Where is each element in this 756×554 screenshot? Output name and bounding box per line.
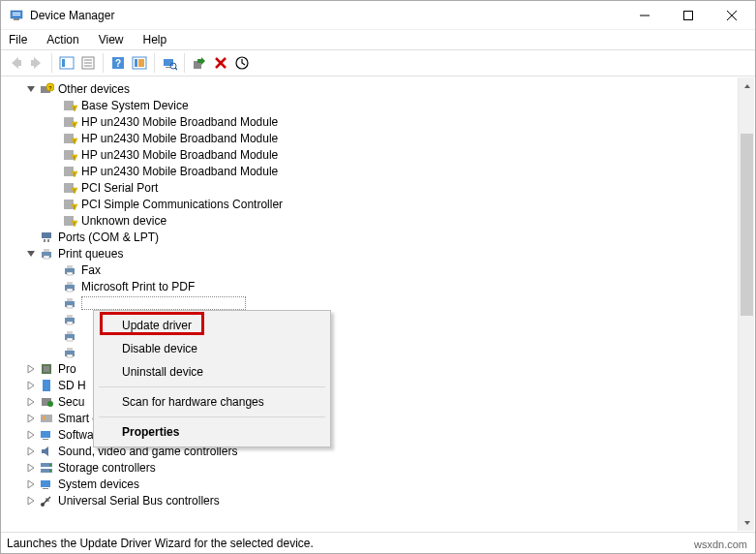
warning-device-icon: ! bbox=[62, 180, 77, 196]
tree-label: Ports (COM & LPT) bbox=[58, 231, 159, 244]
svg-rect-50 bbox=[44, 249, 49, 252]
tree-item[interactable]: !Unknown device bbox=[2, 212, 754, 229]
tree-item[interactable]: !HP un2430 Mobile Broadband Module bbox=[2, 130, 754, 146]
toolbar-divider bbox=[51, 53, 52, 73]
tree-node-other-devices[interactable]: ? Other devices bbox=[2, 80, 754, 97]
tree-item-pdf[interactable]: Microsoft Print to PDF bbox=[2, 278, 754, 294]
tree-item[interactable]: !Base System Device bbox=[2, 97, 754, 113]
svg-rect-56 bbox=[67, 282, 73, 285]
disable-device-button[interactable] bbox=[231, 52, 253, 74]
forward-button[interactable] bbox=[26, 52, 47, 74]
tree-item[interactable]: !PCI Simple Communications Controller bbox=[2, 196, 754, 212]
svg-rect-63 bbox=[67, 322, 73, 324]
scroll-thumb[interactable] bbox=[741, 134, 753, 316]
tree-label: Secu bbox=[58, 395, 84, 409]
tree-label: Pro bbox=[58, 362, 76, 376]
action-icon-button[interactable] bbox=[129, 52, 150, 74]
printer-icon bbox=[62, 328, 77, 344]
svg-rect-48 bbox=[47, 239, 49, 242]
tree-item[interactable]: !HP un2430 Mobile Broadband Module bbox=[2, 163, 754, 179]
show-hide-console-button[interactable] bbox=[56, 52, 77, 74]
warning-device-icon: ! bbox=[62, 131, 77, 146]
vertical-scrollbar[interactable] bbox=[738, 77, 754, 531]
svg-rect-51 bbox=[44, 256, 49, 259]
tree-item-hidden[interactable] bbox=[2, 294, 754, 311]
svg-rect-19 bbox=[164, 59, 173, 66]
svg-rect-71 bbox=[44, 366, 49, 372]
tree-item[interactable]: !HP un2430 Mobile Broadband Module bbox=[2, 146, 754, 163]
expand-icon[interactable] bbox=[25, 446, 37, 457]
collapse-icon[interactable] bbox=[25, 248, 37, 260]
toolbar: ? bbox=[1, 49, 755, 77]
minimize-button[interactable] bbox=[622, 1, 666, 29]
expand-icon[interactable] bbox=[25, 495, 37, 507]
update-driver-button[interactable] bbox=[189, 52, 210, 74]
svg-rect-84 bbox=[43, 488, 48, 489]
tree-item-fax[interactable]: Fax bbox=[2, 262, 754, 278]
scroll-up-icon[interactable] bbox=[739, 77, 754, 94]
menu-action[interactable]: Action bbox=[45, 31, 80, 48]
menu-help[interactable]: Help bbox=[141, 31, 169, 48]
svg-rect-59 bbox=[67, 298, 73, 301]
tree-label: System devices bbox=[58, 477, 139, 491]
svg-text:!: ! bbox=[74, 204, 75, 210]
svg-rect-65 bbox=[67, 331, 73, 334]
menu-item-update-driver[interactable]: Update driver bbox=[97, 314, 327, 337]
tree-label: Unknown device bbox=[81, 214, 166, 228]
back-button[interactable] bbox=[5, 52, 26, 74]
app-icon bbox=[9, 8, 24, 23]
scroll-down-icon[interactable] bbox=[739, 514, 754, 531]
svg-text:?: ? bbox=[115, 58, 121, 69]
menu-file[interactable]: File bbox=[7, 31, 29, 48]
tree-node-ports[interactable]: Ports (COM & LPT) bbox=[2, 229, 754, 245]
tree-label: Print queues bbox=[58, 247, 123, 261]
expand-icon[interactable] bbox=[25, 396, 37, 408]
printer-icon bbox=[62, 295, 77, 311]
svg-rect-62 bbox=[67, 315, 73, 318]
window-controls bbox=[622, 1, 753, 29]
tree-label: HP un2430 Mobile Broadband Module bbox=[81, 115, 278, 129]
maximize-button[interactable] bbox=[666, 1, 710, 29]
expand-icon[interactable] bbox=[25, 380, 37, 391]
tree-node-usb[interactable]: Universal Serial Bus controllers bbox=[2, 492, 754, 508]
tree-node-storage[interactable]: Storage controllers bbox=[2, 459, 754, 476]
tree-node-print-queues[interactable]: Print queues bbox=[2, 245, 754, 262]
menu-item-uninstall-device[interactable]: Uninstall device bbox=[97, 360, 327, 384]
ports-icon bbox=[39, 230, 54, 245]
expand-icon[interactable] bbox=[25, 413, 37, 424]
security-icon bbox=[39, 394, 54, 410]
expand-icon[interactable] bbox=[25, 478, 37, 490]
uninstall-button[interactable] bbox=[210, 52, 231, 74]
printer-icon bbox=[62, 279, 77, 294]
tree-node-system[interactable]: System devices bbox=[2, 476, 754, 492]
menu-separator bbox=[99, 416, 325, 417]
menu-item-properties[interactable]: Properties bbox=[97, 420, 327, 444]
expand-icon[interactable] bbox=[25, 429, 37, 441]
sd-icon bbox=[39, 378, 54, 393]
svg-rect-78 bbox=[43, 439, 48, 440]
close-button[interactable] bbox=[710, 1, 753, 29]
svg-rect-75 bbox=[41, 415, 52, 422]
expand-icon[interactable] bbox=[25, 462, 37, 474]
svg-line-22 bbox=[175, 68, 177, 70]
menu-separator bbox=[99, 386, 325, 387]
svg-text:!: ! bbox=[74, 221, 75, 227]
properties-button[interactable] bbox=[77, 52, 99, 74]
menu-item-scan-hardware[interactable]: Scan for hardware changes bbox=[97, 390, 327, 414]
menu-view[interactable]: View bbox=[97, 31, 126, 48]
collapse-icon[interactable] bbox=[25, 83, 37, 95]
warning-device-icon: ! bbox=[62, 213, 77, 229]
window-title: Device Manager bbox=[30, 9, 622, 22]
help-button[interactable]: ? bbox=[107, 52, 129, 74]
tree-label: PCI Serial Port bbox=[81, 181, 158, 195]
printer-icon bbox=[62, 312, 77, 327]
menu-item-disable-device[interactable]: Disable device bbox=[97, 337, 327, 360]
svg-rect-18 bbox=[138, 59, 144, 67]
warning-device-icon: ! bbox=[62, 114, 77, 130]
tree-item[interactable]: !PCI Serial Port bbox=[2, 179, 754, 196]
tree-label: SD H bbox=[58, 379, 86, 392]
tree-item[interactable]: !HP un2430 Mobile Broadband Module bbox=[2, 113, 754, 130]
scan-hardware-button[interactable] bbox=[159, 52, 180, 74]
svg-rect-83 bbox=[41, 480, 50, 487]
expand-icon[interactable] bbox=[25, 363, 37, 375]
